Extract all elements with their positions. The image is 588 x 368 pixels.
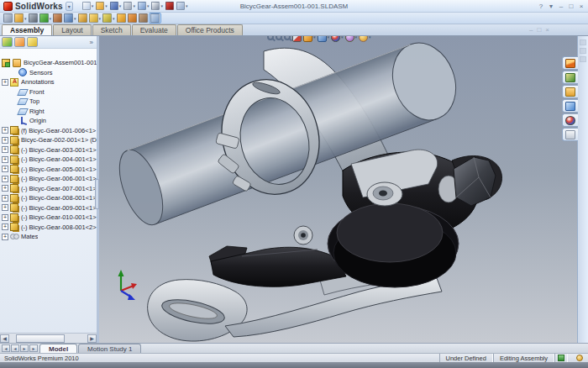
dropdown-caret-icon[interactable]: ▾ (99, 16, 102, 21)
tree-item-annotations[interactable]: + Annotations (0, 77, 97, 87)
tree-part-item[interactable]: + Bicyc-Gear-002-001<1> (Defau (0, 135, 97, 145)
tab-nav-icon[interactable]: ► (20, 344, 29, 352)
model-tab[interactable]: Model (39, 344, 77, 353)
configurationmanager-tab-icon[interactable] (27, 37, 38, 47)
tree-root-item[interactable]: BicycGear-Assem001-001 (Defa (0, 58, 97, 68)
menu-expand-icon[interactable]: ▾ (66, 2, 73, 11)
commandmanager-tab[interactable]: Evaluate (132, 24, 176, 35)
doc-close-icon[interactable]: × (545, 26, 549, 34)
doc-minimize-icon[interactable]: – (529, 26, 533, 34)
graphics-area[interactable]: ▾▾▾▾▾▾▾▾▾ (99, 36, 588, 343)
expand-icon[interactable]: + (2, 127, 8, 134)
view-palette-icon[interactable] (562, 99, 578, 113)
dropdown-caret-icon[interactable]: ▾ (328, 36, 330, 39)
tree-part-item[interactable]: + (-) Bicyc-Gear-008-001<1> (De (0, 193, 97, 203)
show-hidden-components-icon[interactable]: ▾ (77, 13, 88, 24)
panel-overflow-icon[interactable]: » (90, 39, 95, 46)
propertymanager-tab-icon[interactable] (14, 37, 25, 47)
bill-of-materials-icon[interactable]: ▾ (127, 13, 138, 24)
dropdown-caret-icon[interactable]: ▾ (355, 36, 358, 39)
insert-components-drop-icon[interactable]: ▾ (13, 13, 28, 24)
expand-icon[interactable]: + (2, 79, 8, 86)
file-explorer-icon[interactable] (562, 85, 578, 98)
tree-part-item[interactable]: + (-) Bicyc-Gear-007-001<1> (De (0, 184, 97, 194)
dropdown-caret-icon[interactable]: ▾ (24, 16, 27, 21)
scroll-right-icon[interactable]: ▶ (87, 334, 97, 343)
tag-icon[interactable] (576, 355, 583, 361)
design-library-icon[interactable] (562, 71, 578, 84)
dropdown-caret-icon[interactable]: ▾ (105, 3, 108, 8)
quick-tips-cell[interactable] (554, 354, 568, 363)
dropdown-caret-icon[interactable]: ▾ (113, 16, 115, 21)
appearances-icon[interactable] (562, 113, 578, 127)
expand-icon[interactable]: + (2, 137, 8, 144)
expand-icon[interactable]: + (2, 195, 8, 202)
tab-nav-icon[interactable]: ► (29, 344, 38, 352)
tree-horizontal-scrollbar[interactable]: ◀ ▶ (0, 333, 97, 343)
model-tab[interactable]: Motion Study 1 (78, 344, 141, 353)
dropdown-caret-icon[interactable]: ▾ (74, 16, 76, 21)
instant3d-icon[interactable]: ▾ (149, 13, 161, 24)
dropdown-caret-icon[interactable]: ▾ (92, 3, 94, 8)
commandmanager-tab[interactable]: Layout (53, 24, 92, 35)
doc-restore-icon[interactable]: □ (537, 26, 541, 34)
custom-properties-icon[interactable] (562, 128, 578, 141)
tree-part-item[interactable]: + (-) Bicyc-Gear-003-001<1> (De (0, 145, 97, 155)
move-component-icon[interactable]: ▾ (63, 13, 77, 24)
restore-button[interactable]: □ (568, 3, 575, 10)
panel-splitter-handle[interactable] (95, 179, 99, 209)
tree-item-front[interactable]: Front (0, 87, 97, 97)
expand-icon[interactable]: + (2, 166, 8, 172)
tab-nav-icon[interactable]: ◄ (11, 344, 19, 352)
tree-part-item[interactable]: + (-) Bicyc-Gear-005-001<1> (De (0, 165, 97, 175)
featuremanager-tab-icon[interactable] (2, 37, 13, 47)
dropdown-caret-icon[interactable]: ▾ (313, 36, 316, 39)
assembly-features-icon[interactable]: ▾ (88, 13, 102, 24)
smart-fasteners-icon[interactable]: ▾ (52, 13, 63, 24)
dropdown-caret-icon[interactable]: ▾ (50, 16, 52, 21)
insert-components-icon[interactable]: ▾ (3, 13, 13, 24)
hide-show-items-icon[interactable]: ▾ (331, 36, 344, 42)
expand-icon[interactable]: + (2, 176, 8, 182)
tree-part-item[interactable]: + (-) Bicyc-Gear-004-001<1> (De (0, 155, 97, 165)
view-orientation-icon[interactable]: ▾ (303, 36, 316, 42)
tree-item-sensors[interactable]: Sensors (0, 68, 97, 78)
model-clamp-ring[interactable] (208, 66, 334, 213)
tree-part-item[interactable]: + (f) Bicyc-Gear-001-006<1> (De (0, 126, 97, 136)
quick-tips-icon[interactable] (558, 355, 564, 361)
expand-icon[interactable]: + (2, 146, 8, 153)
dropdown-caret-icon[interactable]: ▾ (119, 3, 122, 8)
reference-geometry-icon[interactable]: ▾ (102, 13, 116, 24)
expand-icon[interactable]: + (2, 223, 8, 230)
help-caret-icon[interactable]: ▾ (548, 3, 554, 10)
tree-part-item[interactable]: + (-) Bicyc-Gear-008-001<2> (De (0, 223, 97, 233)
scroll-left-icon[interactable]: ◀ (0, 334, 9, 343)
tree-item-origin[interactable]: Origin (0, 116, 97, 126)
zoom-area-icon[interactable]: ▾ (276, 36, 282, 40)
zoom-selection-icon[interactable]: ▾ (284, 36, 291, 40)
edit-appearance-icon[interactable]: ▾ (345, 36, 358, 42)
expand-icon[interactable]: + (2, 234, 8, 240)
help-button[interactable]: ? (538, 3, 544, 10)
linear-pattern-icon[interactable]: ▾ (39, 13, 53, 24)
new-icon[interactable]: ▾ (81, 1, 95, 12)
minimize-button[interactable]: – (558, 3, 564, 10)
tree-item-right[interactable]: Right (0, 107, 97, 117)
expand-icon[interactable]: + (2, 156, 8, 163)
solidworks-resources-icon[interactable] (562, 56, 578, 70)
expand-icon[interactable]: + (2, 204, 8, 211)
close-button[interactable]: × (578, 3, 585, 10)
new-motion-study-icon[interactable]: ▾ (116, 13, 127, 24)
scrollbar-thumb[interactable] (16, 334, 65, 343)
apply-scene-icon[interactable]: ▾ (359, 36, 371, 42)
commandmanager-tab[interactable]: Office Products (177, 24, 243, 35)
save-icon[interactable]: ▾ (109, 1, 123, 12)
section-view-icon[interactable]: ▾ (292, 36, 302, 42)
commandmanager-tab[interactable]: Assembly (2, 24, 52, 35)
tree-item-top[interactable]: Top (0, 97, 97, 107)
tree-part-item[interactable]: + (-) Bicyc-Gear-010-001<1> (De (0, 213, 97, 223)
zoom-fit-icon[interactable]: ▾ (267, 36, 274, 40)
dropdown-caret-icon[interactable]: ▾ (341, 36, 344, 39)
tree-item-mates[interactable]: + Mates (0, 232, 97, 242)
exploded-view-icon[interactable]: ▾ (138, 13, 149, 24)
